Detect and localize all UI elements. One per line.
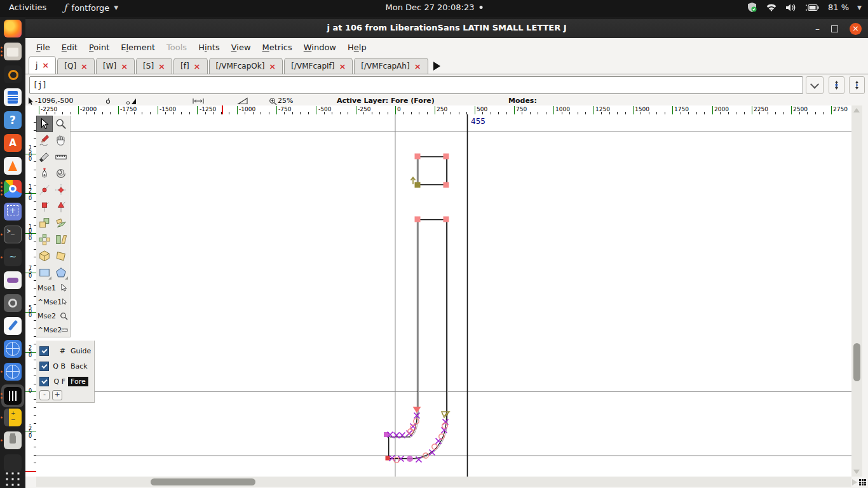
ruler-label: 250 [437,106,447,112]
menu-view[interactable]: View [226,41,257,54]
wordlist-input[interactable] [29,76,803,94]
close-button[interactable]: × [850,23,862,35]
clock[interactable]: Mon Dec 27 20:08:23 [386,3,483,12]
dock-item-fontforge[interactable] [1,384,24,407]
app-menu[interactable]: ƒ fontforge ▼ [64,2,118,13]
menu-file[interactable]: File [31,41,56,54]
layer-row-guide[interactable]: #Guide [36,343,94,358]
menu-metrics[interactable]: Metrics [257,41,298,54]
tab-close-icon[interactable]: × [339,62,346,71]
menu-hints[interactable]: Hints [193,41,226,54]
tab-close-icon[interactable]: × [121,62,128,71]
magnify-tool[interactable] [53,116,69,132]
dock-item-app-grid[interactable] [3,469,23,488]
dock-item-browser-1[interactable] [3,339,23,359]
activities-button[interactable]: Activities [9,3,46,12]
window-titlebar[interactable]: j at 106 from LiberationSans LATIN SMALL… [25,19,868,38]
minimize-button[interactable]: – [815,25,820,32]
layer-row-fore[interactable]: Q FFore [36,374,94,389]
tab-close-icon[interactable]: × [414,62,421,71]
keyboard-layout-icon[interactable] [858,478,867,485]
dock-item-system-monitor[interactable]: ~ [3,247,23,268]
tab-close-icon[interactable]: × [81,62,88,71]
rotate3d-tool[interactable] [36,248,53,264]
wordlist-dropdown-button[interactable] [806,76,824,94]
glyph-tab-W[interactable]: [W]× [96,58,135,74]
perspective-tool[interactable] [53,248,69,264]
hvcurve-point-tool[interactable] [53,182,69,198]
polygon-star-tool[interactable] [53,264,69,281]
ruler-tool[interactable] [53,149,69,165]
tab-overflow-arrow-icon[interactable] [433,62,440,71]
layer-row-back[interactable]: Q BBack [36,358,94,374]
rotate-tool[interactable] [53,215,69,231]
glyph-tab-VMFcapIf[interactable]: [/VMFcapIf]× [284,58,353,74]
dock-item-usb-creator[interactable] [3,430,23,451]
layer-visibility-checkbox[interactable] [39,362,49,371]
system-tray[interactable]: 81 % ▼ [747,2,862,13]
dock-item-files[interactable] [3,41,23,62]
tab-close-icon[interactable]: × [158,62,165,71]
glyph-edit-canvas[interactable]: 455 [36,114,851,477]
dock-item-text-editor[interactable] [3,316,23,336]
tangent-point-tool[interactable] [53,198,69,215]
flip-tool[interactable] [36,231,53,248]
dock-item-vlc[interactable] [3,156,23,176]
vertical-scrollbar-thumb[interactable] [853,343,860,381]
dock-item-ubuntu-software[interactable]: A [3,133,23,153]
skew-tool[interactable] [53,231,69,248]
dock-item-chrome[interactable] [3,179,23,199]
remove-layer-button[interactable]: - [39,390,50,400]
menu-help[interactable]: Help [342,41,372,54]
menu-edit[interactable]: Edit [56,41,83,54]
layer-name[interactable]: Back [68,362,90,371]
glyph-tab-f[interactable]: [f]× [173,58,208,74]
dock-item-settings[interactable] [3,293,23,313]
dock-item-document-viewer[interactable] [3,87,23,107]
layer-name[interactable]: Fore [68,377,88,386]
glyph-tab-VMFcapAh[interactable]: [/VMFcapAh]× [354,58,428,74]
glyph-tab-j[interactable]: j× [29,56,56,74]
rectangle-ellipse-tool[interactable] [36,264,53,281]
scroll-down-arrow-icon[interactable] [853,470,860,474]
tab-close-icon[interactable]: × [269,62,276,71]
layer-name[interactable]: Guide [68,346,93,356]
layer-visibility-checkbox[interactable] [39,346,49,356]
tab-close-icon[interactable]: × [194,62,201,71]
pointer-tool[interactable] [36,116,53,132]
vertical-scrollbar[interactable] [851,105,862,477]
glyph-tab-VMFcapOk[interactable]: [/VMFcapOk]× [209,58,283,74]
dock-item-browser-2[interactable] [3,362,23,382]
tab-close-icon[interactable]: × [42,60,49,70]
next-word-button[interactable] [849,76,865,94]
prev-word-button[interactable] [829,76,844,94]
pen-tool[interactable] [36,165,53,182]
scroll-up-arrow-icon[interactable] [853,108,860,112]
menu-window[interactable]: Window [298,41,342,54]
curve-point-tool[interactable] [36,182,53,198]
corner-point-tool[interactable] [36,198,53,215]
dock-item-screenshot[interactable] [3,201,23,222]
add-layer-button[interactable]: + [52,390,62,400]
horizontal-scrollbar-thumb[interactable] [151,478,255,485]
expand-arrow-icon[interactable] [852,479,857,485]
menu-element[interactable]: Element [115,41,161,54]
dock-item-terminal[interactable]: >_ [3,224,23,245]
horizontal-scrollbar[interactable] [36,477,851,487]
menu-point[interactable]: Point [83,41,115,54]
glyph-tab-S[interactable]: [S]× [136,58,172,74]
dock-item-tweaks[interactable] [3,270,23,290]
scroll-hand-tool[interactable] [53,132,69,149]
dock-item-rhythmbox[interactable] [3,64,23,85]
dock-item-calculator[interactable] [3,407,23,428]
glyph-tab-Q[interactable]: [Q]× [57,58,95,74]
freehand-tool[interactable] [36,132,53,149]
dock-item-firefox[interactable] [3,18,23,39]
spiro-tool[interactable] [53,165,69,182]
maximize-button[interactable] [831,25,838,32]
security-shield-icon [747,2,757,13]
scale-tool[interactable] [36,215,53,231]
knife-tool[interactable] [36,149,53,165]
layer-visibility-checkbox[interactable] [39,377,49,386]
dock-item-help[interactable]: ? [3,110,23,130]
